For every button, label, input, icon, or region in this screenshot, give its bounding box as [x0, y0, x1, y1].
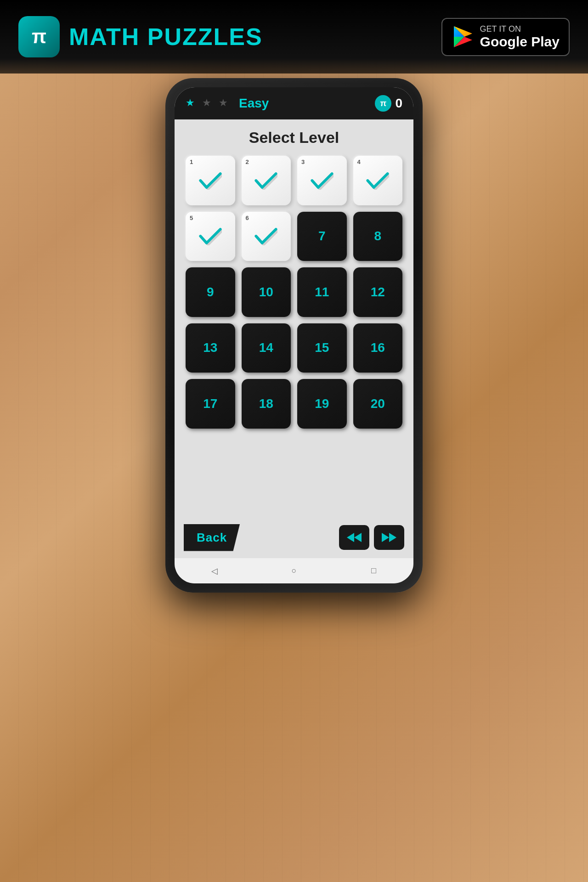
level-tile-20[interactable]: 20	[353, 379, 403, 429]
android-back-btn[interactable]: ◁	[207, 564, 222, 578]
checkmark-4	[366, 171, 389, 190]
level-number-11: 11	[315, 285, 329, 300]
level-tile-19[interactable]: 19	[297, 379, 347, 429]
level-number-12: 12	[371, 285, 385, 300]
level-tile-7[interactable]: 7	[297, 212, 347, 261]
google-play-text: GET IT ON Google Play	[480, 24, 560, 50]
level-tile-16[interactable]: 16	[353, 323, 403, 373]
phone-top-bar: ★ ★ ★ Easy π 0	[175, 87, 413, 119]
pi-score-icon: π	[375, 95, 391, 112]
level-tile-14[interactable]: 14	[242, 323, 291, 373]
level-number-1: 1	[190, 158, 193, 165]
checkmark-5	[199, 227, 222, 245]
level-tile-4[interactable]: 4	[353, 156, 403, 205]
phone-bottom-bar: Back	[175, 517, 413, 558]
level-number-3: 3	[301, 158, 305, 165]
level-tile-17[interactable]: 17	[186, 379, 235, 429]
phone-outer: ★ ★ ★ Easy π 0 Select Level 12345678910	[165, 78, 423, 593]
phone-screen: ★ ★ ★ Easy π 0 Select Level 12345678910	[175, 87, 413, 583]
rewind-icon	[346, 532, 362, 543]
app-title: MATH PUZZLES	[69, 23, 263, 51]
google-play-icon	[452, 25, 475, 48]
checkmark-2	[254, 171, 277, 190]
app-header: π MATH PUZZLES	[0, 0, 588, 74]
level-number-10: 10	[259, 285, 273, 300]
level-tile-5[interactable]: 5	[186, 212, 235, 261]
level-number-5: 5	[190, 215, 193, 221]
rewind-button[interactable]	[339, 525, 369, 550]
level-tile-3[interactable]: 3	[297, 156, 347, 205]
level-number-9: 9	[207, 285, 214, 300]
score-container: π 0	[375, 95, 402, 112]
game-content: Select Level 123456789101112131415161718…	[175, 119, 413, 517]
android-recent-btn[interactable]: □	[366, 564, 381, 578]
level-number-7: 7	[318, 229, 326, 243]
level-number-13: 13	[203, 340, 217, 355]
level-tile-6[interactable]: 6	[242, 212, 291, 261]
select-level-title: Select Level	[186, 129, 402, 147]
level-number-4: 4	[357, 158, 361, 165]
header-left: π MATH PUZZLES	[18, 16, 263, 57]
svg-marker-5	[354, 533, 362, 542]
level-tile-18[interactable]: 18	[242, 379, 291, 429]
level-tile-15[interactable]: 15	[297, 323, 347, 373]
checkmark-6	[254, 227, 277, 245]
android-home-btn[interactable]: ○	[287, 564, 301, 578]
google-play-badge[interactable]: GET IT ON Google Play	[441, 18, 570, 56]
checkmark-3	[311, 171, 334, 190]
level-number-15: 15	[315, 340, 329, 355]
level-number-8: 8	[374, 229, 381, 243]
stars-container: ★ ★ ★ Easy	[186, 96, 269, 111]
level-number-18: 18	[259, 396, 273, 411]
level-tile-10[interactable]: 10	[242, 267, 291, 317]
levels-grid: 1234567891011121314151617181920	[186, 156, 402, 429]
level-tile-11[interactable]: 11	[297, 267, 347, 317]
level-tile-2[interactable]: 2	[242, 156, 291, 205]
level-tile-13[interactable]: 13	[186, 323, 235, 373]
nav-buttons	[339, 525, 404, 550]
star-1: ★	[186, 97, 198, 110]
android-nav-bar: ◁ ○ □	[175, 558, 413, 583]
checkmark-1	[199, 171, 222, 190]
level-number-20: 20	[371, 396, 385, 411]
level-tile-8[interactable]: 8	[353, 212, 403, 261]
svg-marker-4	[347, 533, 354, 542]
star-3: ★	[219, 97, 232, 110]
phone-mockup: ★ ★ ★ Easy π 0 Select Level 12345678910	[165, 78, 423, 593]
pi-logo: π	[18, 16, 60, 57]
score-value: 0	[395, 96, 402, 111]
level-number-19: 19	[315, 396, 329, 411]
difficulty-label: Easy	[239, 96, 269, 111]
forward-icon	[381, 532, 397, 543]
level-number-14: 14	[259, 340, 273, 355]
back-button[interactable]: Back	[184, 524, 240, 551]
level-number-16: 16	[371, 340, 385, 355]
svg-marker-7	[389, 533, 396, 542]
level-tile-1[interactable]: 1	[186, 156, 235, 205]
level-number-6: 6	[246, 215, 249, 221]
level-number-2: 2	[246, 158, 249, 165]
svg-marker-6	[382, 533, 389, 542]
level-tile-12[interactable]: 12	[353, 267, 403, 317]
star-2: ★	[202, 97, 215, 110]
level-tile-9[interactable]: 9	[186, 267, 235, 317]
level-number-17: 17	[203, 396, 217, 411]
forward-button[interactable]	[374, 525, 404, 550]
